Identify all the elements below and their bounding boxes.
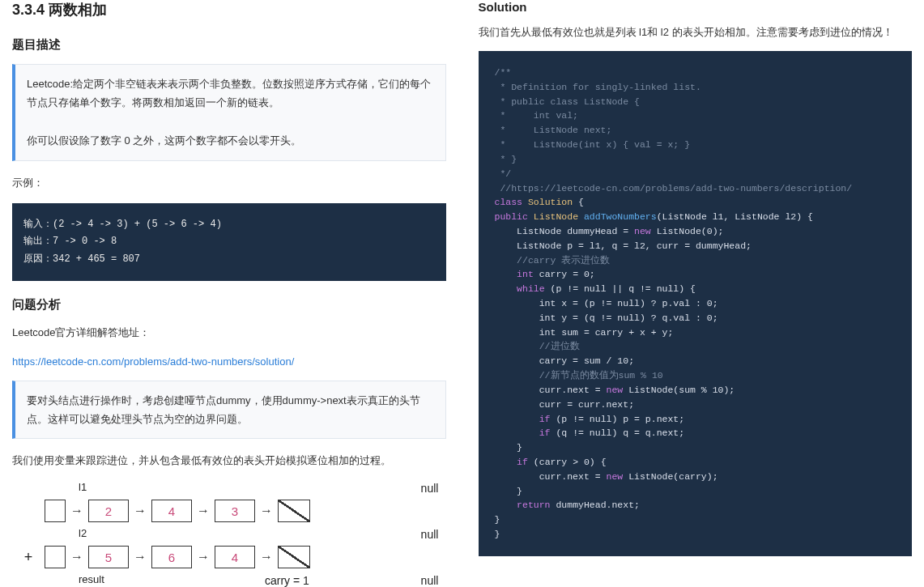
official-label: Leetcode官方详细解答地址： (12, 324, 446, 342)
desc-heading: 题目描述 (12, 37, 446, 53)
null-box (278, 546, 310, 568)
solution-intro: 我们首先从最低有效位也就是列表 l1和 l2 的表头开始相加。注意需要考虑到进位… (479, 25, 913, 40)
desc-paragraph-2: 你可以假设除了数字 0 之外，这两个数字都不会以零开头。 (27, 131, 434, 150)
list-node: 3 (215, 500, 255, 522)
arrow-icon: → (70, 504, 83, 518)
code-text: (carry > 0) { (528, 457, 607, 467)
track-text: 我们使用变量来跟踪进位，并从包含最低有效位的表头开始模拟逐位相加的过程。 (12, 452, 446, 470)
arrow-icon: → (260, 550, 273, 564)
analysis-heading: 问题分析 (12, 297, 446, 313)
list-node: 4 (215, 546, 255, 568)
code-text: } (495, 529, 500, 539)
code-keyword: if (539, 414, 551, 424)
linked-list-diagram: l1 null → 2 → 4 → 3 → l2 null + → 5 (12, 481, 446, 587)
code-keyword: new (607, 385, 624, 395)
null-label: null (414, 528, 446, 541)
code-comment: //https://leetcode-cn.com/problems/add-t… (495, 183, 853, 194)
code-keyword: return (517, 500, 550, 510)
arrow-icon: → (197, 504, 210, 518)
result-label: result (79, 573, 127, 585)
code-text: ListNode p = l1, q = l2, curr = dummyHea… (495, 240, 752, 251)
list-node: 2 (88, 500, 129, 522)
code-text: } (495, 514, 500, 525)
solution-heading: Solution (479, 0, 913, 14)
code-comment: * ListNode next; (495, 125, 612, 135)
code-text: int y = (q != null) ? q.val : 0; (495, 313, 718, 323)
solution-code-block: /** * Definition for singly-linked list.… (479, 51, 913, 556)
code-method: addTwoNumbers (584, 211, 657, 222)
code-text: curr.next = (495, 385, 607, 395)
code-text: ListNode(carry); (623, 471, 717, 482)
official-solution-link[interactable]: https://leetcode-cn.com/problems/add-two… (12, 355, 294, 368)
arrow-icon: → (70, 550, 83, 564)
code-type: ListNode (534, 211, 578, 222)
example-code-block: 输入：(2 -> 4 -> 3) + (5 -> 6 -> 4) 输出：7 ->… (12, 203, 446, 282)
code-text: (p != null || q != null) { (545, 283, 696, 294)
null-label: null (414, 482, 446, 495)
example-label: 示例： (12, 174, 446, 192)
code-keyword: class (495, 197, 523, 207)
code-comment: //进位数 (495, 341, 580, 351)
code-type: Solution (528, 197, 573, 207)
tip-box: 要对头结点进行操作时，考虑创建哑节点dummy，使用dummy->next表示真… (12, 381, 446, 440)
code-comment: * ListNode(int x) { val = x; } (495, 139, 691, 150)
code-comment: * } (495, 154, 517, 164)
code-text: ListNode(0); (651, 226, 724, 236)
code-comment: */ (495, 168, 512, 179)
arrow-icon: → (260, 504, 273, 518)
l1-label: l1 (79, 481, 100, 493)
code-comment: * Definition for singly-linked list. (495, 82, 701, 92)
list-node: 5 (88, 546, 129, 568)
code-comment: * int val; (495, 110, 579, 121)
code-text: curr = curr.next; (495, 399, 635, 410)
null-box (278, 500, 310, 522)
code-keyword: new (607, 471, 624, 482)
code-text: (ListNode l1, ListNode l2) { (657, 211, 813, 222)
code-keyword: new (634, 226, 651, 236)
code-text: } (495, 486, 523, 496)
arrow-icon: → (197, 550, 210, 564)
code-keyword: while (517, 283, 545, 294)
code-text: (p != null) p = p.next; (551, 414, 685, 424)
desc-paragraph-1: Leetcode:给定两个非空链表来表示两个非负整数。位数按照逆序方式存储，它们… (27, 74, 434, 113)
code-text: dummyHead.next; (551, 500, 640, 510)
list-head-box (45, 546, 66, 568)
code-comment: //新节点的数值为sum % 10 (495, 370, 663, 381)
code-keyword: public (495, 211, 528, 222)
tip-text: 要对头结点进行操作时，考虑创建哑节点dummy，使用dummy->next表示真… (27, 391, 434, 429)
code-comment: * public class ListNode { (495, 96, 640, 107)
carry-label: carry = 1 (265, 574, 309, 587)
l2-label: l2 (79, 527, 100, 539)
list-head-box (45, 500, 66, 522)
code-keyword: int (517, 269, 534, 279)
code-keyword: if (517, 457, 528, 467)
code-keyword: if (539, 427, 551, 438)
arrow-icon: → (134, 504, 147, 518)
code-text: } (495, 442, 523, 453)
list-node: 4 (151, 500, 192, 522)
code-text: curr.next = (495, 471, 607, 482)
code-text: int sum = carry + x + y; (495, 327, 674, 338)
code-comment: //carry 表示进位数 (495, 255, 611, 266)
code-text: carry = sum / 10; (495, 355, 635, 366)
code-comment: /** (495, 67, 512, 78)
arrow-icon: → (134, 550, 147, 564)
null-label: null (414, 574, 446, 587)
code-text: ListNode dummyHead = (495, 226, 635, 236)
code-text: (q != null) q = q.next; (551, 427, 685, 438)
code-text: carry = 0; (534, 269, 595, 279)
code-text: int x = (p != null) ? p.val : 0; (495, 298, 718, 308)
description-box: Leetcode:给定两个非空链表来表示两个非负整数。位数按照逆序方式存储，它们… (12, 64, 446, 161)
list-node: 6 (151, 546, 192, 568)
plus-sign: + (12, 549, 45, 566)
section-title: 3.3.4 两数相加 (12, 0, 446, 19)
code-text: ListNode(sum % 10); (623, 385, 735, 395)
